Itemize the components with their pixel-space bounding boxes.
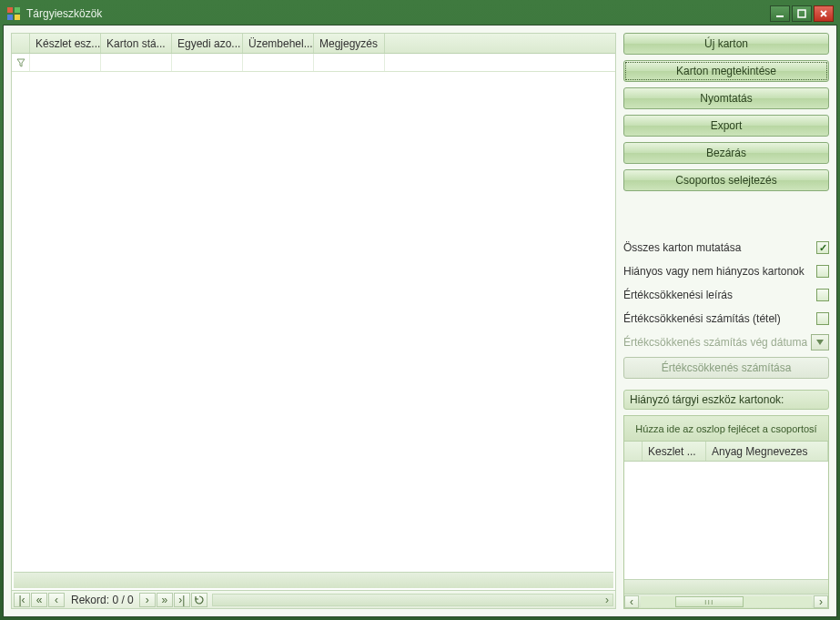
- app-icon: [6, 6, 21, 21]
- missing-grid-header: Keszlet ... Anyag Megnevezes: [624, 442, 828, 462]
- grid-filter-row: [12, 54, 615, 72]
- pager-prevpage-button[interactable]: «: [31, 593, 47, 607]
- main-grid: Készlet esz... Karton stá... Egyedi azo.…: [11, 33, 616, 609]
- missing-grid-footer: [624, 579, 828, 594]
- group-by-area[interactable]: Húzza ide az oszlop fejlécet a csoportos…: [624, 416, 828, 442]
- show-all-label: Összes karton mutatása: [623, 241, 741, 254]
- grid-body[interactable]: [12, 72, 615, 572]
- pager-hscroll[interactable]: [212, 594, 613, 606]
- filter-cell[interactable]: [314, 54, 385, 71]
- scroll-thumb[interactable]: ııı: [675, 596, 744, 607]
- side-panel: Új karton Karton megtekintése Nyomtatás …: [623, 33, 829, 609]
- pager-prev-button[interactable]: ‹: [48, 593, 65, 607]
- calc-depr-button: Értékcsökkenés számítása: [623, 357, 829, 379]
- filter-cell[interactable]: [101, 54, 172, 71]
- pager-nextpage-button[interactable]: »: [157, 593, 173, 607]
- pager-first-button[interactable]: |‹: [14, 593, 30, 607]
- svg-rect-1: [15, 7, 20, 13]
- app-window: Tárgyieszközök Készlet esz... Karton stá…: [0, 0, 840, 620]
- svg-rect-2: [7, 15, 13, 20]
- pager-refresh-button[interactable]: [191, 593, 207, 607]
- pager-last-button[interactable]: ›|: [174, 593, 190, 607]
- scroll-track[interactable]: ııı: [641, 596, 812, 607]
- print-button[interactable]: Nyomtatás: [623, 87, 829, 109]
- missing-grid: Húzza ide az oszlop fejlécet a csoportos…: [623, 415, 829, 609]
- col-header[interactable]: Egyedi azo...: [172, 34, 243, 53]
- scroll-right-button[interactable]: ›: [814, 595, 828, 608]
- pager-label: Rekord: 0 / 0: [71, 594, 134, 606]
- depr-desc-label: Értékcsökkenési leírás: [623, 289, 733, 301]
- col-header[interactable]: Megjegyzés: [314, 34, 385, 53]
- svg-rect-4: [776, 15, 784, 17]
- missing-grid-hscroll[interactable]: ‹ ııı ›: [624, 594, 828, 608]
- svg-rect-0: [7, 7, 13, 13]
- titlebar[interactable]: Tárgyieszközök: [3, 3, 837, 25]
- show-all-checkbox[interactable]: [816, 241, 829, 254]
- view-card-button[interactable]: Karton megtekintése: [623, 60, 829, 82]
- minimize-button[interactable]: [770, 5, 790, 22]
- row-selector-header[interactable]: [12, 34, 30, 53]
- filter-icon[interactable]: [12, 54, 30, 71]
- pager-next-button[interactable]: ›: [139, 593, 156, 607]
- filter-cell[interactable]: [172, 54, 243, 71]
- incomplete-row: Hiányos vagy nem hiányzos kartonok: [623, 262, 829, 280]
- maximize-button[interactable]: [792, 5, 812, 22]
- group-scrap-button[interactable]: Csoportos selejtezés: [623, 169, 829, 191]
- scroll-left-button[interactable]: ‹: [624, 595, 639, 608]
- client-area: Készlet esz... Karton stá... Egyedi azo.…: [3, 25, 837, 617]
- svg-rect-3: [15, 15, 20, 20]
- missing-row-selector-header[interactable]: [624, 442, 643, 461]
- end-date-label: Értékcsökkenés számítás vég dátuma: [623, 336, 807, 349]
- new-card-button[interactable]: Új karton: [623, 33, 829, 55]
- depr-calc-row: Értékcsökkenési számítás (tétel): [623, 310, 829, 328]
- depr-calc-checkbox[interactable]: [816, 312, 829, 325]
- col-header[interactable]: Készlet esz...: [30, 34, 101, 53]
- depr-desc-checkbox[interactable]: [816, 289, 829, 301]
- window-title: Tárgyieszközök: [26, 7, 770, 20]
- depr-calc-label: Értékcsökkenési számítás (tétel): [623, 312, 781, 325]
- missing-col-header[interactable]: Anyag Megnevezes: [706, 442, 828, 461]
- col-header[interactable]: Karton stá...: [101, 34, 172, 53]
- incomplete-checkbox[interactable]: [816, 265, 829, 278]
- grid-header: Készlet esz... Karton stá... Egyedi azo.…: [12, 34, 615, 54]
- svg-rect-5: [798, 10, 805, 17]
- filter-cell[interactable]: [30, 54, 101, 71]
- end-date-picker[interactable]: [811, 334, 829, 351]
- filter-cell[interactable]: [243, 54, 314, 71]
- pager: |‹ « ‹ Rekord: 0 / 0 › » ›|: [12, 590, 615, 608]
- missing-col-header[interactable]: Keszlet ...: [643, 442, 706, 461]
- close-button[interactable]: Bezárás: [623, 142, 829, 164]
- export-button[interactable]: Export: [623, 115, 829, 137]
- incomplete-label: Hiányos vagy nem hiányzos kartonok: [623, 265, 805, 278]
- depr-desc-row: Értékcsökkenési leírás: [623, 286, 829, 304]
- grid-hscroll-upper[interactable]: [14, 572, 613, 588]
- col-header[interactable]: Üzembehel...: [243, 34, 314, 53]
- end-date-row: Értékcsökkenés számítás vég dátuma: [623, 333, 829, 351]
- close-window-button[interactable]: [814, 5, 834, 22]
- missing-panel-title: Hiányzó tárgyi eszköz kartonok:: [623, 390, 829, 410]
- show-all-row: Összes karton mutatása: [623, 239, 829, 257]
- missing-grid-body[interactable]: [624, 462, 828, 579]
